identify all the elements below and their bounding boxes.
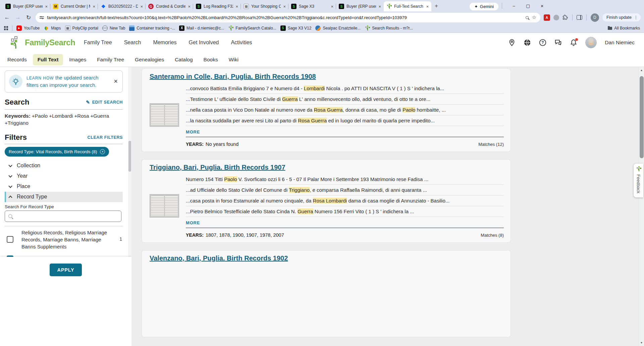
gemini-button[interactable]: ✦ Gemini bbox=[470, 3, 498, 10]
extensions-puzzle-icon[interactable] bbox=[562, 15, 568, 20]
active-filter-chip[interactable]: Record Type: Vital Records, Birth Record… bbox=[5, 147, 109, 157]
tab-close-icon[interactable]: × bbox=[188, 4, 191, 9]
browser-tab[interactable]: Corded & Cordless× bbox=[146, 1, 193, 11]
restore-button[interactable]: ▢ bbox=[521, 3, 535, 8]
browser-tab[interactable]: Sage X3× bbox=[288, 1, 336, 11]
result-title-link[interactable]: Santeramo in Colle, Bari, Puglia. Birth … bbox=[150, 73, 316, 80]
minimize-button[interactable]: – bbox=[507, 3, 521, 8]
help-icon[interactable]: ? bbox=[539, 39, 546, 46]
tab-close-icon[interactable]: × bbox=[140, 4, 143, 9]
messages-icon[interactable] bbox=[554, 39, 562, 46]
tab-close-icon[interactable]: × bbox=[93, 4, 95, 9]
subnav-item-images[interactable]: Images bbox=[64, 54, 91, 65]
tab-close-icon[interactable]: × bbox=[235, 4, 238, 9]
filter-section-place[interactable]: Place bbox=[5, 181, 123, 192]
tab-close-icon[interactable]: × bbox=[378, 4, 381, 9]
user-avatar[interactable] bbox=[585, 37, 597, 48]
bookmark-item[interactable]: YouTube bbox=[16, 25, 40, 31]
apply-button[interactable]: APPLY bbox=[50, 264, 82, 276]
tab-close-icon[interactable]: × bbox=[283, 4, 286, 9]
browser-menu-kebab-icon[interactable]: ⋮ bbox=[634, 15, 638, 20]
nav-item-family-tree[interactable]: Family Tree bbox=[84, 40, 112, 46]
new-tab-button[interactable]: + bbox=[431, 3, 441, 11]
learn-how-link[interactable]: LEARN HOW bbox=[26, 76, 54, 80]
side-panel-icon[interactable] bbox=[577, 15, 582, 20]
scroll-up-icon[interactable]: ▲ bbox=[640, 67, 643, 73]
familysearch-logo[interactable]: FamilySearch bbox=[9, 36, 75, 49]
page-scrollbar[interactable]: ▲ ▼ bbox=[639, 67, 644, 346]
location-pin-icon[interactable] bbox=[508, 39, 516, 46]
browser-tab[interactable]: Buyer (ERP user) (PR× bbox=[3, 1, 50, 11]
feedback-tab[interactable]: Feedback bbox=[634, 164, 643, 197]
record-type-search-input[interactable] bbox=[5, 211, 121, 222]
record-type-option[interactable]: ✓Vital Records, Birth Record bbox=[5, 253, 123, 257]
tab-close-icon[interactable]: × bbox=[426, 4, 429, 9]
adobe-extension-icon[interactable]: A bbox=[544, 14, 550, 21]
nav-item-search[interactable]: Search bbox=[124, 40, 141, 46]
nav-item-get-involved[interactable]: Get Involved bbox=[189, 40, 219, 46]
notifications-bell-icon[interactable] bbox=[570, 39, 577, 46]
bookmark-item[interactable]: Mail - d.niemiec@c... bbox=[179, 25, 224, 31]
nav-item-activities[interactable]: Activities bbox=[231, 40, 252, 46]
browser-tab[interactable]: Your Shopping Cart× bbox=[241, 1, 288, 11]
bookmark-item[interactable]: FamilySearch Catalo... bbox=[228, 25, 276, 31]
site-info-icon[interactable] bbox=[40, 16, 44, 19]
reload-button[interactable]: ↻ bbox=[25, 14, 32, 21]
close-button[interactable]: × bbox=[535, 3, 549, 9]
chip-remove-icon[interactable]: × bbox=[100, 149, 105, 154]
bookmark-item[interactable]: PolyClip portal bbox=[65, 25, 98, 31]
browser-profile-avatar[interactable]: D bbox=[591, 13, 599, 22]
subnav-item-books[interactable]: Books bbox=[199, 54, 223, 65]
language-globe-icon[interactable] bbox=[524, 39, 531, 46]
all-bookmarks-button[interactable]: All Bookmarks bbox=[608, 26, 640, 31]
bookmark-star-icon[interactable]: ☆ bbox=[532, 14, 536, 20]
bookmark-item[interactable]: Search Results - m?r... bbox=[365, 25, 413, 31]
filter-section-collection[interactable]: Collection bbox=[5, 161, 123, 171]
record-type-option[interactable]: Religious Records, Religious Marriage Re… bbox=[5, 226, 123, 253]
bookmark-item[interactable]: New Tab bbox=[102, 25, 125, 31]
result-title-link[interactable]: Triggiano, Bari, Puglia. Birth Records 1… bbox=[150, 164, 285, 171]
browser-tab[interactable]: BG20250222 - Drop× bbox=[98, 1, 146, 11]
sidebar-scrollbar[interactable] bbox=[128, 67, 131, 257]
scrollbar-thumb[interactable] bbox=[640, 76, 644, 158]
finish-update-button[interactable]: Finish update ⋮ bbox=[602, 13, 641, 21]
bookmark-item[interactable]: Container tracking -... bbox=[129, 25, 175, 31]
subnav-item-family-tree[interactable]: Family Tree bbox=[92, 54, 129, 65]
browser-tab[interactable]: Current Order | McM× bbox=[50, 1, 98, 11]
subnav-item-genealogies[interactable]: Genealogies bbox=[130, 54, 169, 65]
subnav-item-catalog[interactable]: Catalog bbox=[170, 54, 197, 65]
extension-icon[interactable] bbox=[553, 15, 559, 20]
checkbox[interactable] bbox=[7, 236, 13, 243]
back-button[interactable]: ← bbox=[3, 14, 11, 21]
more-link[interactable]: MORE bbox=[186, 220, 504, 225]
clear-filters-link[interactable]: CLEAR FILTERS bbox=[88, 135, 123, 140]
bookmark-item[interactable]: Maps bbox=[44, 25, 61, 31]
apps-grid-icon[interactable] bbox=[4, 26, 8, 30]
filter-section-year[interactable]: Year bbox=[5, 171, 123, 181]
banner-close-icon[interactable]: × bbox=[113, 77, 118, 85]
sidebar-scrollbar-thumb[interactable] bbox=[128, 141, 131, 172]
forward-button[interactable]: → bbox=[14, 14, 21, 21]
bookmark-item[interactable]: Sealpac Ersatzteile... bbox=[315, 25, 361, 31]
edit-search-link[interactable]: ✎ EDIT SEARCH bbox=[86, 100, 123, 105]
browser-tab[interactable]: Log Reading F3269× bbox=[193, 1, 241, 11]
tab-close-icon[interactable]: × bbox=[45, 4, 48, 9]
bookmark-item[interactable]: Sage X3 V12 bbox=[280, 25, 312, 31]
address-bar[interactable]: familysearch.org/en/search/full-text/res… bbox=[36, 13, 540, 22]
subnav-item-full-text[interactable]: Full Text bbox=[33, 54, 63, 65]
more-link[interactable]: MORE bbox=[186, 129, 504, 134]
tab-close-icon[interactable]: × bbox=[331, 4, 333, 9]
filter-section-record-type[interactable]: Record Type bbox=[5, 192, 123, 202]
nav-item-memories[interactable]: Memories bbox=[153, 40, 176, 46]
browser-tab[interactable]: Full-Text Search Res× bbox=[384, 1, 431, 11]
browser-tab[interactable]: Buyer (ERP user) (P× bbox=[336, 1, 384, 11]
record-thumbnail[interactable] bbox=[150, 103, 179, 127]
zoom-icon[interactable] bbox=[526, 16, 529, 19]
record-thumbnail[interactable] bbox=[150, 194, 179, 218]
subnav-item-wiki[interactable]: Wiki bbox=[224, 54, 243, 65]
user-name[interactable]: Dan Niemiec bbox=[605, 40, 635, 46]
result-title-link[interactable]: Valenzano, Bari, Puglia. Birth Records 1… bbox=[150, 254, 288, 262]
url-text[interactable]: familysearch.org/en/search/full-text/res… bbox=[47, 15, 523, 20]
scroll-down-icon[interactable]: ▼ bbox=[640, 340, 643, 346]
subnav-item-records[interactable]: Records bbox=[3, 54, 32, 65]
